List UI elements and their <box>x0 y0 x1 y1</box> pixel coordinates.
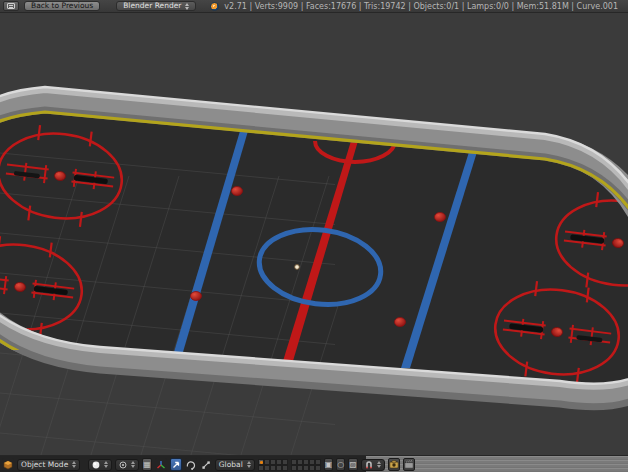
3d-viewport[interactable] <box>0 13 628 455</box>
back-to-previous-button[interactable]: Back to Previous <box>24 1 100 11</box>
viewport-shading-select[interactable] <box>88 459 112 471</box>
magnet-snap-toggle[interactable] <box>361 459 385 471</box>
proportional-edit-icon: ○ <box>337 461 344 469</box>
chevron-updown-icon <box>104 461 108 468</box>
layer-group <box>258 459 288 471</box>
render-engine-select[interactable]: Blender Render <box>116 1 196 11</box>
magnet-snap-icon <box>365 460 373 469</box>
render-image-button[interactable] <box>388 458 400 471</box>
translate-manipulator-icon <box>171 460 181 470</box>
proportional-edit-button[interactable]: ○ <box>336 458 345 471</box>
viewport-editor-icon <box>3 460 13 470</box>
chevron-updown-icon <box>377 461 381 468</box>
viewport-header: Object Mode ▦ <box>0 455 628 472</box>
scale-manipulator-button[interactable] <box>200 458 212 471</box>
scene-lock-button[interactable]: ▣ <box>324 458 334 471</box>
3d-cursor-dot <box>295 265 300 270</box>
editor-type-selector[interactable] <box>3 1 19 11</box>
blender-logo-icon <box>210 2 219 11</box>
manipulator-axis-icon <box>156 460 166 470</box>
mode-select-value: Object Mode <box>21 460 68 469</box>
pivot-align-toggle[interactable]: ▦ <box>142 458 152 471</box>
orientation-select-value: Global <box>219 460 243 469</box>
scale-manipulator-icon <box>201 460 211 470</box>
scene-statistics: v2.71 | Verts:9909 | Faces:17676 | Tris:… <box>224 2 618 11</box>
editor-type-selector-3dview[interactable] <box>2 458 14 471</box>
mode-select[interactable]: Object Mode <box>17 459 80 471</box>
blender-window: Back to Previous Blender Render v2.71 | … <box>0 0 628 472</box>
align-grid-icon: ▦ <box>143 461 151 469</box>
render-engine-value: Blender Render <box>123 1 181 11</box>
scene-lock-icon: ▣ <box>325 461 333 469</box>
viewport-shading-icon <box>92 461 100 469</box>
layer-toggle[interactable] <box>282 465 288 471</box>
viewport-canvas <box>0 13 628 455</box>
rotate-manipulator-icon <box>186 460 196 470</box>
render-image-icon <box>389 460 399 469</box>
chevron-updown-icon <box>247 461 251 468</box>
snap-element-icon: ▨ <box>349 461 357 469</box>
layer-group <box>291 459 321 471</box>
manipulator-toggle[interactable] <box>155 458 167 471</box>
info-header: Back to Previous Blender Render v2.71 | … <box>0 0 628 13</box>
pivot-center-icon <box>119 461 127 469</box>
render-animation-button[interactable] <box>403 458 415 471</box>
transform-orientation-select[interactable]: Global <box>215 459 255 471</box>
chevron-updown-icon <box>131 461 135 468</box>
back-to-previous-label: Back to Previous <box>31 1 93 11</box>
pivot-center-select[interactable] <box>115 459 139 471</box>
viewport-header-controls: Object Mode ▦ <box>0 456 366 472</box>
layer-toggle[interactable] <box>315 465 321 471</box>
info-editor-icon <box>7 3 15 9</box>
snap-element-button[interactable]: ▨ <box>348 458 358 471</box>
translate-manipulator-button[interactable] <box>170 458 182 471</box>
chevron-updown-icon <box>185 3 189 10</box>
chevron-updown-icon <box>72 461 76 468</box>
rotate-manipulator-button[interactable] <box>185 458 197 471</box>
render-animation-icon <box>404 460 414 469</box>
